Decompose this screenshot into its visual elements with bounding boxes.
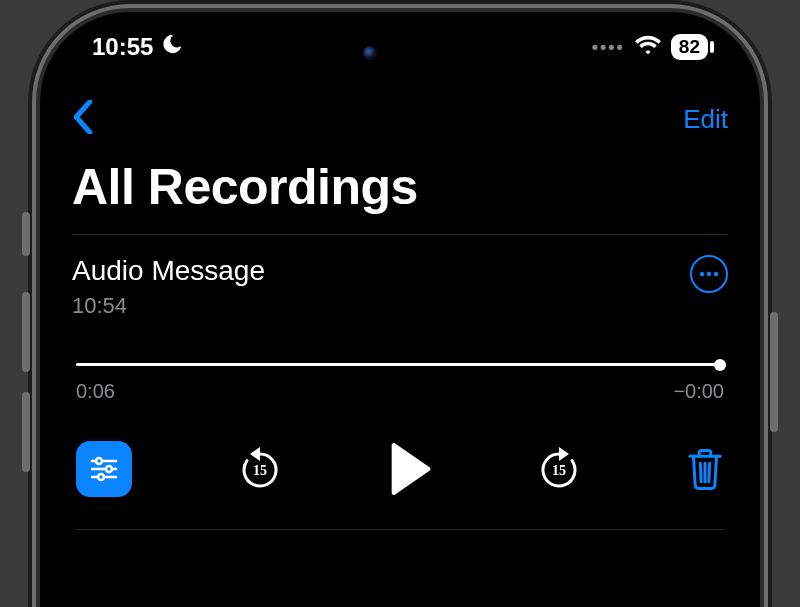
- svg-point-1: [707, 272, 711, 276]
- svg-line-11: [709, 463, 710, 482]
- recording-timestamp: 10:54: [72, 293, 265, 319]
- recording-title: Audio Message: [72, 255, 265, 287]
- skip-forward-button[interactable]: 15: [535, 445, 583, 493]
- nav-bar: Edit: [68, 100, 732, 138]
- skip-forward-label: 15: [552, 463, 566, 478]
- play-button[interactable]: [387, 443, 431, 495]
- status-bar: 10:55 •••• 82: [68, 12, 732, 82]
- scrubber-track: [76, 363, 724, 366]
- edit-button[interactable]: Edit: [683, 104, 728, 135]
- screen-content: 10:55 •••• 82 Edit All Recordings: [40, 12, 760, 607]
- skip-back-button[interactable]: 15: [236, 445, 284, 493]
- more-options-button[interactable]: [690, 255, 728, 293]
- volume-down: [22, 392, 30, 472]
- page-title: All Recordings: [72, 158, 728, 216]
- playback-settings-button[interactable]: [76, 441, 132, 497]
- do-not-disturb-icon: [161, 33, 183, 61]
- svg-point-6: [106, 466, 112, 472]
- mute-switch: [22, 212, 30, 256]
- elapsed-time: 0:06: [76, 380, 115, 403]
- svg-line-9: [700, 463, 701, 482]
- svg-point-4: [96, 458, 102, 464]
- battery-level: 82: [679, 36, 700, 58]
- phone-frame: 10:55 •••• 82 Edit All Recordings: [40, 12, 760, 607]
- wifi-icon: [635, 33, 661, 61]
- svg-point-0: [700, 272, 704, 276]
- cellular-dots-icon: ••••: [592, 37, 625, 58]
- battery-indicator: 82: [671, 34, 708, 60]
- clock: 10:55: [92, 33, 153, 61]
- power-button: [770, 312, 778, 432]
- divider: [76, 529, 724, 530]
- volume-up: [22, 292, 30, 372]
- scrubber[interactable]: [76, 363, 724, 366]
- recording-item[interactable]: Audio Message 10:54 0:06 −0:00: [68, 235, 732, 530]
- svg-point-2: [714, 272, 718, 276]
- back-button[interactable]: [72, 100, 94, 138]
- playback-controls: 15 15: [76, 441, 724, 497]
- remaining-time: −0:00: [673, 380, 724, 403]
- delete-button[interactable]: [686, 447, 724, 491]
- scrubber-knob[interactable]: [714, 359, 726, 371]
- svg-point-8: [98, 474, 104, 480]
- skip-back-label: 15: [253, 463, 267, 478]
